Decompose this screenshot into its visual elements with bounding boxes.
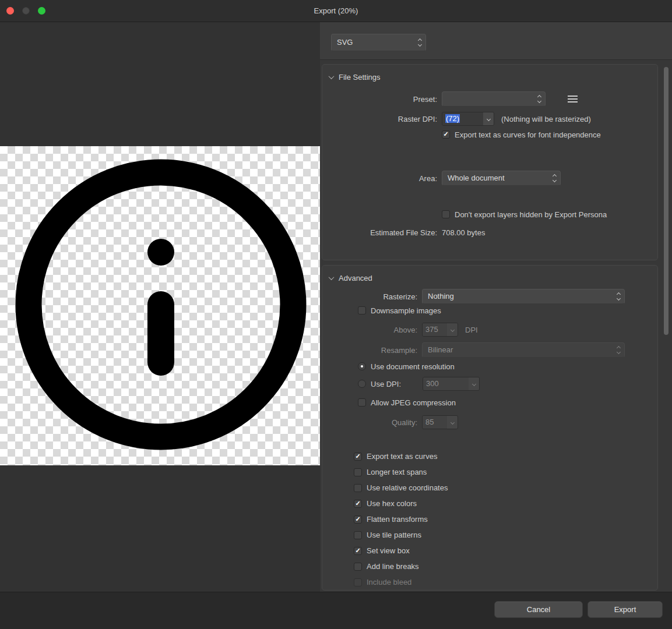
checkbox-label: Longer text spans [367,468,427,476]
dropdown-arrow-icon[interactable] [483,112,494,125]
raster-dpi-note: (Nothing will be rasterized) [501,115,591,123]
use-dpi-value: 300 [423,377,469,390]
above-dpi-input[interactable]: 375 [422,323,458,337]
above-dpi-row: Above: 375 DPI [329,323,650,337]
checkbox-icon[interactable] [442,130,450,139]
use-dpi-radio-row[interactable]: Use DPI: 300 [329,377,650,391]
checkbox-label: Flatten transforms [367,515,428,524]
stepper-icon [538,96,541,103]
checkbox-label: Use relative coordinates [367,483,448,492]
checkbox-icon[interactable] [358,306,366,314]
checkbox-icon[interactable] [442,210,450,218]
window-controls [6,7,45,15]
preset-row: Preset: [329,91,650,107]
rasterize-label: Rasterize: [329,292,417,301]
rasterize-select[interactable]: Nothing [422,289,625,304]
stepper-icon [418,39,421,46]
above-label: Above: [329,326,417,334]
quality-row: Quality: 85 [329,415,650,429]
file-settings-section: File Settings Preset: Raster DPI: (72) (… [322,64,658,260]
advanced-title: Advanced [339,274,372,282]
dropdown-arrow-icon[interactable] [469,377,479,390]
cancel-button[interactable]: Cancel [494,601,583,618]
quality-value: 85 [423,416,447,429]
use-dpi-input[interactable]: 300 [423,377,480,391]
checkbox-icon[interactable] [354,500,362,508]
use-document-resolution-label: Use document resolution [371,362,455,371]
checkbox-add-line-breaks[interactable]: Add line breaks [354,559,650,574]
export-settings-panel: SVG File Settings Preset: Raster DPI: [320,22,672,592]
format-strip: SVG [320,22,672,60]
checkbox-use-tile-patterns[interactable]: Use tile patterns [354,527,650,543]
radio-icon[interactable] [358,362,366,370]
format-select[interactable]: SVG [331,34,426,51]
minimize-window-button[interactable] [22,7,30,15]
export-dialog: Export (20%) SVG File Settings [0,0,672,629]
panel-scrollbar[interactable] [664,67,669,335]
checkbox-export-text-as-curves[interactable]: Export text as curves [354,448,650,464]
zoom-window-button[interactable] [38,7,45,15]
jpeg-compression-checkbox-row[interactable]: Allow JPEG compression [329,397,650,408]
checkbox-icon[interactable] [354,468,362,476]
resample-select[interactable]: Bilinear [422,342,625,358]
radio-icon[interactable] [358,380,366,388]
preset-select[interactable] [442,91,546,107]
above-dpi-suffix: DPI [465,326,478,334]
raster-dpi-row: Raster DPI: (72) (Nothing will be raster… [329,112,650,126]
dropdown-arrow-icon[interactable] [447,323,458,336]
export-curves-checkbox-row[interactable]: Export text as curves for font independe… [329,129,650,140]
checkbox-flatten-transforms[interactable]: Flatten transforms [354,511,650,527]
file-settings-header[interactable]: File Settings [329,72,381,82]
title-bar: Export (20%) [0,0,672,22]
advanced-header[interactable]: Advanced [329,273,372,283]
export-preview [0,22,320,592]
estimated-size-value: 708.00 bytes [442,228,485,237]
checkbox-set-view-box[interactable]: Set view box [354,543,650,559]
dropdown-arrow-icon[interactable] [447,416,458,429]
raster-dpi-input[interactable]: (72) [442,112,494,126]
use-document-resolution-radio-row[interactable]: Use document resolution [329,361,650,372]
checkbox-icon[interactable] [354,578,362,586]
area-row: Area: Whole document [329,171,650,186]
checkbox-include-bleed[interactable]: Include bleed [354,574,650,590]
checkbox-label: Export text as curves [367,452,437,461]
checkbox-icon[interactable] [354,547,362,555]
above-dpi-value: 375 [423,323,447,336]
area-label: Area: [329,174,437,183]
checkbox-longer-text-spans[interactable]: Longer text spans [354,464,650,480]
checkbox-icon[interactable] [354,531,362,539]
estimated-size-row: Estimated File Size: 708.00 bytes [329,227,650,238]
export-curves-label: Export text as curves for font independe… [455,130,601,139]
checkbox-icon[interactable] [354,515,362,524]
checkbox-icon[interactable] [354,453,362,461]
quality-input[interactable]: 85 [422,415,458,429]
resample-row: Resample: Bilinear [329,342,650,358]
export-button[interactable]: Export [587,601,663,618]
window-title: Export (20%) [0,6,672,15]
rasterize-select-value: Nothing [428,292,454,301]
hidden-layers-checkbox-row[interactable]: Don't export layers hidden by Export Per… [329,209,650,220]
checkbox-label: Use tile patterns [367,531,421,539]
checkbox-icon[interactable] [354,563,362,571]
file-settings-title: File Settings [339,73,381,82]
stepper-icon [617,347,620,354]
downsample-checkbox-row[interactable]: Downsample images [329,305,650,316]
area-select[interactable]: Whole document [442,171,561,186]
format-select-value: SVG [337,38,353,47]
raster-dpi-label: Raster DPI: [329,115,437,123]
preset-label: Preset: [329,95,437,104]
checkbox-icon[interactable] [354,484,362,492]
checkbox-icon[interactable] [358,398,366,407]
checkbox-label: Set view box [367,546,410,555]
jpeg-compression-label: Allow JPEG compression [371,398,456,407]
close-window-button[interactable] [6,7,14,15]
resample-label: Resample: [329,346,417,355]
quality-label: Quality: [329,418,417,427]
estimated-size-label: Estimated File Size: [329,228,437,237]
resample-select-value: Bilinear [428,345,453,354]
checkbox-use-relative-coordinates[interactable]: Use relative coordinates [354,480,650,496]
downsample-label: Downsample images [371,306,441,315]
preset-menu-icon[interactable] [568,96,578,103]
stepper-icon [617,293,620,300]
checkbox-use-hex-colors[interactable]: Use hex colors [354,496,650,511]
